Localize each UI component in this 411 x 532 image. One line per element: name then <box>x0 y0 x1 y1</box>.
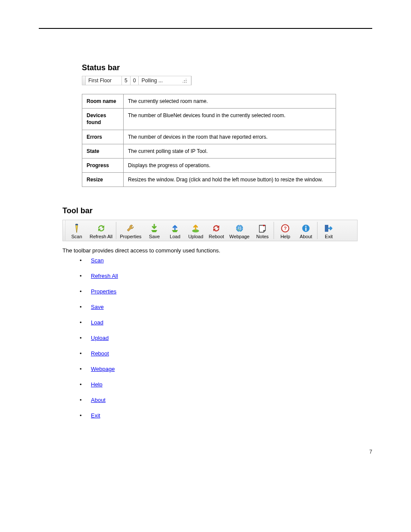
page-footer: 7 <box>39 449 372 455</box>
help-icon: ? <box>280 223 291 233</box>
list-item: Reboot <box>80 350 372 357</box>
button-label: Webpage <box>229 234 249 239</box>
table-row: StateThe current polling state of IP Too… <box>82 144 336 158</box>
link-reboot[interactable]: Reboot <box>91 350 109 357</box>
list-item: Upload <box>80 335 372 341</box>
cell-key: Errors <box>82 130 124 144</box>
status-bar-title: Status bar <box>82 63 372 72</box>
status-state-text: Polling ... <box>141 78 162 84</box>
status-bar-info-table: Room nameThe currently selected room nam… <box>82 94 336 187</box>
reboot-button[interactable]: Reboot <box>206 221 227 240</box>
upload-button[interactable]: Upload <box>185 221 206 240</box>
link-help[interactable]: Help <box>91 381 103 388</box>
toolbar-separator <box>317 222 318 239</box>
table-row: ResizeResizes the window. Drag (click an… <box>82 173 336 187</box>
toolbar: Scan Refresh All Properties Save L <box>62 220 358 241</box>
cell-val: The number of BlueNet devices found in t… <box>124 109 336 130</box>
help-button[interactable]: ? Help <box>275 221 296 240</box>
save-button[interactable]: Save <box>144 221 165 240</box>
button-label: Upload <box>188 234 203 239</box>
resize-grip-icon[interactable] <box>181 78 187 84</box>
flashlight-icon <box>71 223 82 233</box>
link-refresh-all[interactable]: Refresh All <box>91 273 118 279</box>
page-number: 7 <box>369 449 372 455</box>
cell-key: Progress <box>82 158 124 172</box>
properties-button[interactable]: Properties <box>117 221 144 240</box>
status-bar: First Floor 5 0 Polling ... <box>82 76 192 85</box>
status-room: First Floor <box>86 76 122 85</box>
exit-icon <box>323 223 334 233</box>
info-icon <box>300 223 311 233</box>
cell-val: The current polling state of IP Tool. <box>124 144 336 158</box>
button-label: Load <box>170 234 180 239</box>
svg-rect-1 <box>75 224 78 225</box>
cell-key: State <box>82 144 124 158</box>
list-item: Scan <box>80 257 372 264</box>
status-bar-grip <box>82 76 86 85</box>
status-errors: 0 <box>131 76 139 85</box>
svg-point-7 <box>305 226 307 227</box>
list-item: Save <box>80 304 372 310</box>
note-icon <box>257 223 268 233</box>
toolbar-separator <box>274 222 274 239</box>
button-label: Reboot <box>209 234 224 239</box>
cell-key: Room name <box>82 94 124 109</box>
list-item: About <box>80 397 372 403</box>
toolbar-links-list: Scan Refresh All Properties Save Load Up… <box>80 257 372 419</box>
button-label: Save <box>149 234 160 239</box>
link-properties[interactable]: Properties <box>91 288 116 295</box>
list-item: Load <box>80 319 372 326</box>
table-row: Devices foundThe number of BlueNet devic… <box>82 109 336 130</box>
cell-val: Displays the progress of operations. <box>124 158 336 172</box>
cell-val: Resizes the window. Drag (click and hold… <box>124 173 336 187</box>
svg-rect-8 <box>305 227 307 231</box>
toolbar-separator <box>116 222 116 239</box>
toolbar-title: Tool bar <box>62 206 372 215</box>
refresh-all-button[interactable]: Refresh All <box>87 221 115 240</box>
cell-key: Resize <box>82 173 124 187</box>
cell-key: Devices found <box>82 109 124 130</box>
link-load[interactable]: Load <box>91 319 103 326</box>
webpage-button[interactable]: Webpage <box>227 221 252 240</box>
table-row: Room nameThe currently selected room nam… <box>82 94 336 109</box>
button-label: Refresh All <box>90 234 112 239</box>
button-label: Exit <box>325 234 333 239</box>
table-row: ErrorsThe number of devices in the room … <box>82 130 336 144</box>
header-rule <box>39 28 372 29</box>
link-save[interactable]: Save <box>91 304 104 310</box>
list-item: Webpage <box>80 366 372 372</box>
list-item: Properties <box>80 288 372 295</box>
link-about[interactable]: About <box>91 397 106 403</box>
table-row: ProgressDisplays the progress of operati… <box>82 158 336 172</box>
upload-cloud-icon <box>190 223 201 233</box>
cycle-icon <box>211 223 222 233</box>
toolbar-description: The toolbar provides direct access to co… <box>62 247 355 254</box>
cell-val: The currently selected room name. <box>124 94 336 109</box>
link-webpage[interactable]: Webpage <box>91 366 115 372</box>
list-item: Exit <box>80 412 372 419</box>
exit-button[interactable]: Exit <box>318 221 339 240</box>
link-scan[interactable]: Scan <box>91 257 104 264</box>
svg-text:?: ? <box>284 226 287 231</box>
refresh-icon <box>96 223 107 233</box>
link-upload[interactable]: Upload <box>91 335 109 341</box>
wrench-icon <box>125 223 136 233</box>
toolbar-grip <box>63 221 65 240</box>
notes-button[interactable]: Notes <box>252 221 273 240</box>
button-label: Notes <box>256 234 269 239</box>
link-exit[interactable]: Exit <box>91 412 100 419</box>
load-button[interactable]: Load <box>165 221 185 240</box>
cell-val: The number of devices in the room that h… <box>124 130 336 144</box>
status-devices-found: 5 <box>122 76 131 85</box>
globe-icon <box>234 223 245 233</box>
download-icon <box>149 223 160 233</box>
list-item: Refresh All <box>80 273 372 279</box>
button-label: About <box>300 234 312 239</box>
scan-button[interactable]: Scan <box>66 221 87 240</box>
status-state: Polling ... <box>139 76 191 85</box>
about-button[interactable]: About <box>296 221 316 240</box>
button-label: Scan <box>71 234 82 239</box>
upload-icon <box>169 223 181 233</box>
list-item: Help <box>80 381 372 388</box>
button-label: Properties <box>120 234 141 239</box>
